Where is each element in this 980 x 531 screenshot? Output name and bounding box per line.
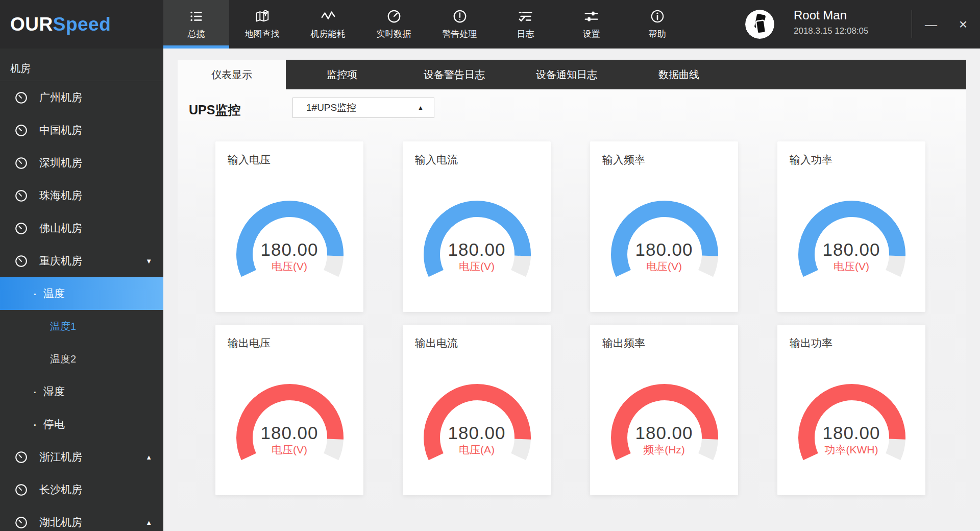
gauge-circle-icon	[14, 254, 28, 268]
sidebar-item-3[interactable]: 深圳机房	[0, 147, 163, 179]
gauge-arc	[403, 325, 551, 495]
gauge-card-4: 输入功率180.00电压(V)	[777, 141, 925, 312]
sidebar-item-6[interactable]: 重庆机房▼	[0, 245, 163, 277]
gauge-arc	[215, 141, 363, 312]
nav-item-label: 实时数据	[377, 28, 411, 40]
user-datetime: 2018.3.15 12:08:05	[794, 26, 869, 36]
gauge-card-title: 输出功率	[790, 336, 832, 350]
app-logo: OURSpeed	[10, 0, 111, 49]
sidebar-item-2[interactable]: 中国机房	[0, 114, 163, 147]
sidebar-item-7[interactable]: ·温度	[0, 277, 163, 310]
nav-item-2[interactable]: 地图查找	[229, 0, 295, 49]
sidebar-item-label: 中国机房	[39, 123, 82, 137]
sidebar-item-4[interactable]: 珠海机房	[0, 179, 163, 212]
sidebar-item-label: 湿度	[43, 384, 65, 399]
gauge-circle-icon	[14, 450, 28, 464]
top-navigation: 总揽地图查找机房能耗实时数据警告处理日志设置帮助	[163, 0, 690, 49]
main-panel: 仪表显示 监控项设备警告日志设备通知日志数据曲线 UPS监控 1#UPS监控 ▲…	[178, 60, 966, 521]
chevron-down-icon: ▼	[145, 257, 152, 265]
gauge-card-title: 输入电压	[228, 153, 271, 167]
nav-item-5[interactable]: 警告处理	[427, 0, 493, 49]
gauge-card-3: 输入频率180.00电压(V)	[590, 141, 738, 312]
sidebar-item-label: 温度1	[50, 320, 76, 333]
sidebar-item-1[interactable]: 广州机房	[0, 81, 163, 114]
sidebar-item-5[interactable]: 佛山机房	[0, 212, 163, 245]
nav-item-8[interactable]: 帮助	[624, 0, 690, 49]
gauge-card-title: 输入电流	[415, 153, 458, 167]
nav-item-3[interactable]: 机房能耗	[295, 0, 361, 49]
sidebar-item-8[interactable]: 温度1	[0, 310, 163, 343]
tab-active[interactable]: 仪表显示	[178, 60, 286, 89]
nav-item-7[interactable]: 设置	[558, 0, 624, 49]
gauge-value: 180.00	[777, 423, 925, 443]
gauge-arc	[403, 141, 551, 312]
window-controls-divider	[912, 10, 912, 38]
help-icon	[650, 9, 665, 24]
ups-selector-value: 1#UPS监控	[293, 101, 418, 114]
sidebar-item-label: 温度2	[50, 352, 76, 366]
tab-3[interactable]: 设备警告日志	[398, 60, 510, 89]
nav-item-6[interactable]: 日志	[493, 0, 558, 49]
close-button[interactable]: ×	[950, 0, 976, 49]
gauge-card-title: 输出电流	[415, 336, 458, 350]
gauge-unit: 电压(V)	[215, 259, 363, 274]
gauge-unit: 电压(V)	[590, 259, 738, 274]
sidebar-item-label: 长沙机房	[39, 482, 82, 497]
gauge-card-title: 输入频率	[602, 153, 645, 167]
tab-5[interactable]: 数据曲线	[623, 60, 735, 89]
tab-4[interactable]: 设备通知日志	[510, 60, 623, 89]
sidebar-item-label: 浙江机房	[39, 450, 82, 464]
sidebar-item-10[interactable]: ·湿度	[0, 375, 163, 408]
sidebar-item-label: 佛山机房	[39, 221, 82, 235]
gauge-value: 180.00	[215, 239, 363, 260]
sidebar-item-14[interactable]: 湖北机房▲	[0, 506, 163, 531]
gauge-arc	[215, 325, 363, 495]
gauge-unit: 电压(V)	[403, 259, 551, 274]
gauge-arc	[590, 141, 738, 312]
settings-icon	[584, 9, 599, 24]
gauge-card-title: 输出电压	[228, 336, 271, 350]
nav-item-1[interactable]: 总揽	[163, 0, 229, 49]
gauge-circle-icon	[14, 156, 28, 170]
logo-part-speed: Speed	[53, 14, 111, 35]
nav-item-label: 地图查找	[245, 28, 280, 40]
gauge-value: 180.00	[590, 239, 738, 260]
sidebar-item-11[interactable]: ·停电	[0, 408, 163, 441]
sidebar: 机房 广州机房中国机房深圳机房珠海机房佛山机房重庆机房▼·温度温度1温度2·湿度…	[0, 49, 163, 531]
log-icon	[518, 9, 533, 24]
energy-icon	[321, 9, 336, 24]
user-avatar[interactable]	[745, 10, 774, 39]
nav-item-4[interactable]: 实时数据	[361, 0, 427, 49]
chevron-up-icon: ▲	[145, 519, 152, 526]
sidebar-item-label: 广州机房	[39, 90, 82, 105]
gauge-arc	[777, 141, 925, 312]
gauge-arc	[590, 325, 738, 495]
gauge-unit: 功率(KWH)	[777, 443, 925, 457]
sidebar-item-12[interactable]: 浙江机房▲	[0, 441, 163, 473]
sidebar-item-13[interactable]: 长沙机房	[0, 473, 163, 506]
top-bar: OURSpeed 总揽地图查找机房能耗实时数据警告处理日志设置帮助 Root M…	[0, 0, 980, 49]
sidebar-item-label: 温度	[43, 286, 65, 301]
caret-up-icon: ▲	[418, 104, 424, 111]
sidebar-item-9[interactable]: 温度2	[0, 343, 163, 375]
nav-item-label: 警告处理	[443, 28, 477, 40]
gauge-card-6: 输出电流180.00电压(A)	[403, 325, 551, 495]
gauge-circle-icon	[14, 516, 28, 529]
gauge-circle-icon	[14, 124, 28, 137]
sidebar-item-label: 深圳机房	[39, 156, 82, 170]
tab-2[interactable]: 监控项	[286, 60, 398, 89]
gauge-value: 180.00	[590, 423, 738, 443]
gauge-unit: 电压(V)	[215, 443, 363, 457]
gauge-card-title: 输入功率	[790, 153, 832, 167]
gauge-value: 180.00	[403, 423, 551, 443]
sidebar-item-label: 珠海机房	[39, 188, 82, 203]
logo-part-our: OUR	[10, 14, 53, 35]
ups-selector-dropdown[interactable]: 1#UPS监控 ▲	[292, 98, 434, 118]
gauge-card-7: 输出频率180.00频率(Hz)	[590, 325, 738, 495]
gauge-circle-icon	[14, 91, 28, 105]
gauge-value: 180.00	[777, 239, 925, 260]
section-label: UPS监控	[189, 102, 240, 118]
chevron-up-icon: ▲	[145, 453, 152, 461]
gauge-circle-icon	[14, 189, 28, 203]
minimize-button[interactable]: —	[918, 0, 944, 49]
